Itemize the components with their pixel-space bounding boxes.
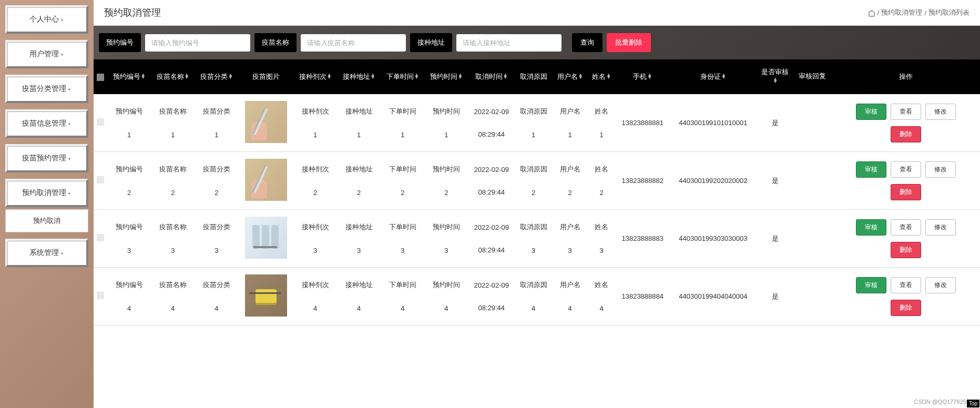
edit-button[interactable]: 修改 — [925, 277, 956, 293]
cell-actions: 审核 查看 修改 删除 — [831, 210, 980, 268]
top-badge[interactable]: Top — [967, 400, 979, 407]
cell-vaccine-category: 疫苗分类4 — [195, 268, 238, 325]
audit-button[interactable]: 审核 — [856, 104, 886, 120]
cell-id-card: 440300199303030003 — [670, 210, 756, 268]
cell-vaccine-name: 疫苗名称2 — [151, 152, 195, 210]
th-vaccine-name[interactable]: 疫苗名称 — [151, 59, 195, 94]
cell-order-time: 下单时间4 — [381, 268, 424, 325]
cell-cancel-time: 2022-02-0908:29:44 — [468, 210, 515, 268]
delete-button[interactable]: 删除 — [891, 184, 921, 200]
vaccine-image — [245, 159, 287, 201]
sidebar-sub-label: 预约取消 — [33, 217, 60, 225]
home-icon[interactable] — [868, 8, 875, 17]
th-is-audit[interactable]: 是否审核 — [756, 59, 793, 94]
cell-appointment-time: 预约时间2 — [424, 152, 468, 210]
cell-dose: 接种剂次2 — [293, 152, 337, 210]
row-checkbox[interactable] — [97, 118, 104, 126]
sidebar-item-system[interactable]: 系统管理▼ — [5, 239, 88, 267]
sidebar-item-label: 系统管理 — [29, 248, 59, 257]
table-container: 预约编号 疫苗名称 疫苗分类 疫苗图片 接种剂次 接种地址 下单时间 预约时间 … — [94, 59, 980, 408]
cell-order-time: 下单时间3 — [381, 210, 424, 268]
cell-appointment-time: 预约时间4 — [424, 268, 468, 325]
address-input[interactable] — [456, 34, 562, 52]
cell-checkbox — [94, 210, 107, 268]
view-button[interactable]: 查看 — [891, 219, 921, 236]
sidebar-item-cancel-mgmt[interactable]: 预约取消管理▼ — [5, 179, 88, 207]
sort-icon — [721, 74, 726, 78]
select-all-checkbox[interactable] — [97, 74, 104, 81]
cell-order-time: 下单时间1 — [381, 94, 424, 152]
th-name[interactable]: 姓名 — [588, 59, 615, 94]
sidebar-item-label: 预约取消管理 — [22, 188, 66, 197]
search-button[interactable]: 查询 — [572, 33, 603, 52]
cell-phone: 13823888884 — [615, 268, 670, 325]
th-phone[interactable]: 手机 — [615, 59, 670, 94]
filter-label-address: 接种地址 — [410, 33, 452, 52]
sidebar-item-vaccine-info[interactable]: 疫苗信息管理▼ — [5, 109, 88, 138]
breadcrumb-sep: / — [877, 9, 880, 17]
vaccine-name-input[interactable] — [301, 34, 406, 52]
breadcrumb-item[interactable]: 预约取消管理 — [881, 8, 922, 17]
audit-button[interactable]: 审核 — [856, 277, 886, 293]
cell-is-audit: 是 — [756, 152, 793, 210]
th-cancel-reason: 取消原因 — [515, 59, 552, 94]
th-actions: 操作 — [831, 59, 980, 94]
row-checkbox[interactable] — [97, 176, 104, 183]
sidebar-item-vaccine-category[interactable]: 疫苗分类管理▼ — [5, 75, 88, 103]
cell-appointment-no: 预约编号1 — [107, 94, 151, 152]
sort-icon — [327, 74, 332, 78]
sidebar-item-vaccine-appointment[interactable]: 疫苗预约管理▼ — [5, 144, 88, 172]
cell-audit-reply — [794, 210, 831, 268]
sidebar-sub-cancel-list[interactable]: 预约取消 — [5, 209, 88, 232]
edit-button[interactable]: 修改 — [925, 161, 956, 178]
th-cancel-time[interactable]: 取消时间 — [468, 59, 515, 94]
chevron-down-icon: ▼ — [67, 87, 72, 92]
batch-delete-button[interactable]: 批量删除 — [607, 33, 651, 52]
cell-vaccine-name: 疫苗名称4 — [151, 268, 195, 325]
cell-checkbox — [94, 268, 107, 325]
th-order-time[interactable]: 下单时间 — [381, 59, 424, 94]
cell-checkbox — [94, 152, 107, 210]
table-row: 预约编号2 疫苗名称2 疫苗分类2 接种剂次2 接种地址2 下单时间2 预约时间… — [94, 152, 980, 210]
row-checkbox[interactable] — [97, 292, 104, 299]
sidebar-item-user-mgmt[interactable]: 用户管理▼ — [5, 40, 88, 68]
cell-checkbox — [94, 94, 107, 152]
filter-bar: 预约编号 疫苗名称 接种地址 查询 批量删除 — [94, 26, 980, 59]
view-button[interactable]: 查看 — [891, 277, 921, 293]
cell-appointment-time: 预约时间3 — [424, 210, 468, 268]
data-table: 预约编号 疫苗名称 疫苗分类 疫苗图片 接种剂次 接种地址 下单时间 预约时间 … — [94, 59, 980, 325]
filter-label-vaccine-name: 疫苗名称 — [254, 33, 297, 52]
cell-vaccine-category: 疫苗分类2 — [195, 152, 238, 210]
cell-dose: 接种剂次3 — [293, 210, 337, 268]
edit-button[interactable]: 修改 — [925, 104, 956, 120]
edit-button[interactable]: 修改 — [925, 219, 956, 236]
cell-name: 姓名1 — [588, 94, 615, 152]
delete-button[interactable]: 删除 — [891, 242, 921, 258]
delete-button[interactable]: 删除 — [891, 300, 921, 316]
sidebar-item-personal[interactable]: 个人中心▼ — [5, 5, 88, 34]
sort-icon — [578, 74, 583, 78]
audit-button[interactable]: 审核 — [856, 161, 886, 178]
row-checkbox[interactable] — [97, 234, 104, 241]
chevron-down-icon: ▼ — [60, 18, 64, 23]
cell-username: 用户名2 — [552, 152, 588, 210]
sort-icon — [141, 74, 146, 78]
chevron-down-icon: ▼ — [60, 251, 64, 256]
th-vaccine-category[interactable]: 疫苗分类 — [195, 59, 238, 94]
th-dose[interactable]: 接种剂次 — [293, 59, 337, 94]
th-appointment-no[interactable]: 预约编号 — [107, 59, 151, 94]
th-appointment-time[interactable]: 预约时间 — [424, 59, 468, 94]
audit-button[interactable]: 审核 — [856, 219, 886, 236]
cell-cancel-time: 2022-02-0908:29:44 — [468, 94, 515, 152]
th-address[interactable]: 接种地址 — [337, 59, 381, 94]
view-button[interactable]: 查看 — [891, 161, 921, 178]
th-id-card[interactable]: 身份证 — [670, 59, 756, 94]
sort-icon — [503, 74, 508, 78]
view-button[interactable]: 查看 — [891, 104, 921, 120]
filter-label-appointment-no: 预约编号 — [99, 33, 141, 52]
sort-icon — [606, 74, 611, 78]
delete-button[interactable]: 删除 — [891, 126, 921, 142]
appointment-no-input[interactable] — [145, 34, 250, 52]
th-username[interactable]: 用户名 — [552, 59, 588, 94]
sidebar-item-label: 疫苗信息管理 — [22, 119, 66, 127]
